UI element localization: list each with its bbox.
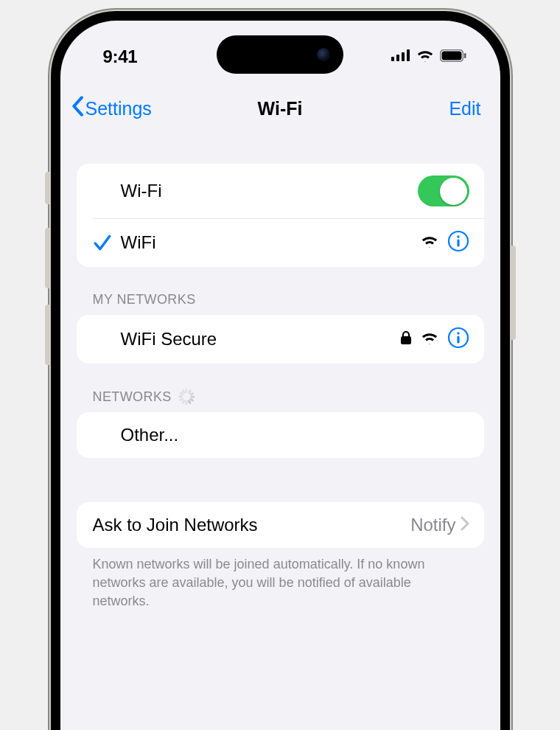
- dynamic-island: [217, 35, 343, 74]
- svg-point-12: [457, 332, 459, 334]
- back-button[interactable]: Settings: [71, 96, 152, 121]
- lock-icon: [400, 330, 412, 348]
- wifi-signal-icon: [421, 234, 438, 251]
- chevron-right-icon: [461, 516, 469, 534]
- svg-rect-3: [407, 49, 410, 61]
- wifi-toggle-row: Wi-Fi: [77, 164, 484, 218]
- cellular-icon: [391, 49, 410, 64]
- wifi-signal-icon: [421, 331, 438, 347]
- battery-icon: [440, 49, 466, 65]
- row-trailing: [421, 230, 469, 255]
- network-name: WiFi Secure: [121, 329, 400, 350]
- side-button: [510, 246, 516, 340]
- edit-button[interactable]: Edit: [449, 98, 480, 119]
- networks-header: Networks: [77, 364, 484, 412]
- spinner-icon: [178, 389, 194, 405]
- toggle-knob: [440, 178, 467, 205]
- nav-bar: Settings Wi-Fi Edit: [60, 78, 500, 134]
- page-title: Wi-Fi: [258, 98, 303, 119]
- svg-rect-9: [457, 240, 459, 247]
- content: Wi-Fi WiFi: [60, 164, 500, 619]
- row-trailing: [400, 327, 469, 352]
- chevron-left-icon: [71, 96, 84, 121]
- networks-group: Other...: [77, 412, 484, 458]
- volume-down-button: [45, 305, 51, 365]
- network-row[interactable]: WiFi Secure: [77, 315, 484, 364]
- info-button[interactable]: [447, 327, 469, 352]
- status-time: 9:41: [103, 46, 138, 67]
- svg-rect-2: [402, 52, 405, 61]
- other-network-row[interactable]: Other...: [77, 412, 484, 458]
- my-networks-header: My Networks: [77, 267, 484, 315]
- wifi-status-icon: [416, 49, 434, 65]
- mute-switch: [45, 172, 51, 204]
- screen: 9:41: [60, 21, 500, 730]
- svg-point-8: [457, 235, 459, 237]
- ask-to-join-group: Ask to Join Networks Notify: [77, 502, 484, 548]
- svg-rect-10: [401, 336, 411, 344]
- connected-network-row[interactable]: WiFi: [77, 218, 484, 267]
- checkmark-icon: [93, 234, 121, 251]
- wifi-master-label: Wi-Fi: [121, 181, 418, 201]
- my-networks-group: WiFi Secure: [77, 315, 484, 364]
- svg-rect-13: [457, 336, 459, 344]
- phone-frame: 9:41: [51, 11, 510, 730]
- svg-rect-0: [391, 57, 394, 61]
- wifi-toggle[interactable]: [418, 175, 469, 206]
- volume-up-button: [45, 228, 51, 288]
- ask-to-join-value: Notify: [410, 515, 455, 535]
- other-label: Other...: [121, 425, 469, 445]
- info-button[interactable]: [447, 230, 469, 255]
- wifi-master-group: Wi-Fi WiFi: [77, 164, 484, 267]
- ask-to-join-footer: Known networks will be joined automatica…: [77, 548, 484, 619]
- svg-rect-1: [396, 55, 399, 61]
- back-label: Settings: [85, 98, 152, 119]
- status-right: [391, 49, 466, 65]
- svg-rect-5: [441, 51, 461, 60]
- connected-network-name: WiFi: [121, 232, 421, 253]
- ask-to-join-row[interactable]: Ask to Join Networks Notify: [77, 502, 484, 548]
- ask-to-join-label: Ask to Join Networks: [93, 515, 411, 535]
- svg-rect-6: [464, 53, 466, 58]
- networks-header-label: Networks: [93, 389, 172, 405]
